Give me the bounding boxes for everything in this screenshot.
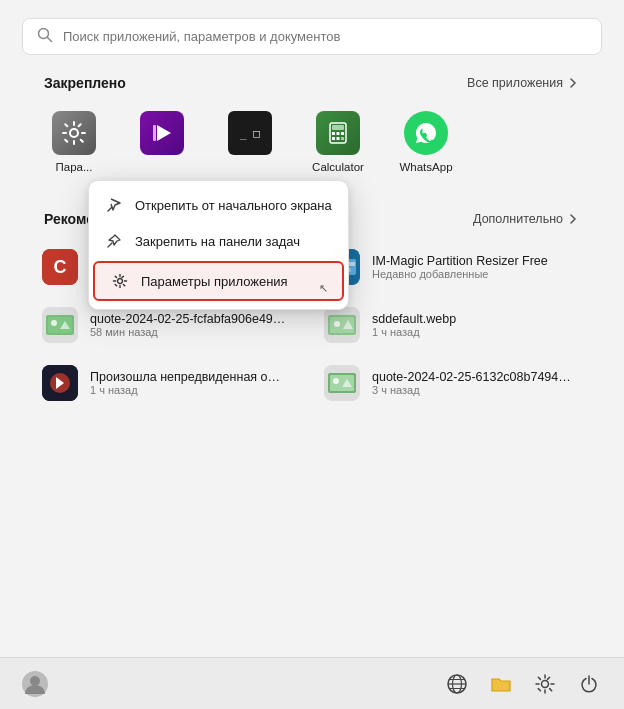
settings-taskbar-icon[interactable] — [530, 669, 560, 699]
rec-icon-comodo: C — [42, 249, 78, 285]
svg-rect-6 — [332, 125, 344, 130]
svg-rect-38 — [330, 375, 354, 391]
rec-sub-quote1: 58 мин назад — [90, 326, 290, 338]
gear-settings-icon — [111, 272, 129, 290]
globe-icon[interactable] — [442, 669, 472, 699]
rec-name-quote2: quote-2024-02-25-6132c08b74944... — [372, 370, 572, 384]
pinned-grid: Пара... _ □ — [30, 103, 594, 181]
context-label-app-settings: Параметры приложения — [141, 274, 288, 289]
rec-name-sddefault: sddefault.webp — [372, 312, 456, 326]
rec-name-quote1: quote-2024-02-25-fcfabfa906e498... — [90, 312, 290, 326]
search-input[interactable] — [63, 29, 587, 44]
svg-point-31 — [334, 321, 340, 327]
folder-icon[interactable] — [486, 669, 516, 699]
rec-icon-quote1 — [42, 307, 78, 343]
context-menu: Открепить от начального экрана Закрепить… — [88, 180, 349, 310]
app-label-whatsapp: WhatsApp — [399, 161, 452, 173]
svg-line-14 — [108, 243, 112, 247]
power-icon[interactable] — [574, 669, 604, 699]
taskbar-right — [442, 669, 604, 699]
svg-rect-10 — [332, 137, 335, 140]
context-label-unpin: Открепить от начального экрана — [135, 198, 332, 213]
more-link[interactable]: Дополнительно — [473, 212, 580, 226]
user-avatar[interactable] — [20, 669, 50, 699]
rec-icon-error — [42, 365, 78, 401]
rec-sub-error: 1 ч назад — [90, 384, 290, 396]
app-item-settings[interactable]: Пара... — [30, 103, 118, 181]
app-item-calculator[interactable]: Calculator — [294, 103, 382, 181]
pinned-header: Закреплено Все приложения — [44, 75, 580, 91]
rec-text-error: Произошла непредвиденная оши... 1 ч наза… — [90, 370, 290, 396]
svg-marker-3 — [157, 125, 171, 141]
settings-icon — [52, 111, 96, 155]
svg-rect-12 — [341, 137, 344, 140]
rec-sub-quote2: 3 ч назад — [372, 384, 572, 396]
app-label-calculator: Calculator — [312, 161, 364, 173]
chevron-right-rec-icon — [566, 212, 580, 226]
app-item-terminal[interactable]: _ □ — [206, 103, 294, 181]
svg-point-15 — [118, 279, 123, 284]
svg-line-1 — [48, 38, 52, 42]
whatsapp-icon — [404, 111, 448, 155]
svg-text:C: C — [54, 257, 67, 277]
taskbar-left — [20, 669, 50, 699]
svg-rect-7 — [332, 132, 335, 135]
context-item-taskbar[interactable]: Закрепить на панели задач — [89, 223, 348, 259]
svg-point-26 — [51, 320, 57, 326]
app-label-settings: Пара... — [55, 161, 92, 173]
svg-rect-11 — [337, 137, 340, 140]
rec-item-im-magic[interactable]: IM-Magic Partition Resizer Free Недавно … — [312, 239, 594, 295]
pinned-title: Закреплено — [44, 75, 126, 91]
rec-name-im-magic: IM-Magic Partition Resizer Free — [372, 254, 548, 268]
chevron-right-icon — [566, 76, 580, 90]
pin-icon — [105, 232, 123, 250]
svg-rect-25 — [48, 317, 72, 333]
rec-text-quote2: quote-2024-02-25-6132c08b74944... 3 ч на… — [372, 370, 572, 396]
svg-line-13 — [108, 207, 112, 211]
svg-point-48 — [542, 680, 549, 687]
terminal-icon: _ □ — [228, 111, 272, 155]
all-apps-link[interactable]: Все приложения — [467, 76, 580, 90]
rec-name-error: Произошла непредвиденная оши... — [90, 370, 290, 384]
rec-sub-sddefault: 1 ч назад — [372, 326, 456, 338]
search-icon — [37, 27, 53, 46]
rec-icon-quote2 — [324, 365, 360, 401]
rec-item-error[interactable]: Произошла непредвиденная оши... 1 ч наза… — [30, 355, 312, 411]
rec-text-quote1: quote-2024-02-25-fcfabfa906e498... 58 ми… — [90, 312, 290, 338]
unpin-icon — [105, 196, 123, 214]
rec-text-im-magic: IM-Magic Partition Resizer Free Недавно … — [372, 254, 548, 280]
context-label-taskbar: Закрепить на панели задач — [135, 234, 300, 249]
svg-point-39 — [333, 378, 339, 384]
search-bar[interactable] — [22, 18, 602, 55]
rec-item-sddefault[interactable]: sddefault.webp 1 ч назад — [312, 297, 594, 353]
video-icon — [140, 111, 184, 155]
svg-rect-9 — [341, 132, 344, 135]
context-item-unpin[interactable]: Открепить от начального экрана — [89, 187, 348, 223]
rec-item-quote2[interactable]: quote-2024-02-25-6132c08b74944... 3 ч на… — [312, 355, 594, 411]
rec-sub-im-magic: Недавно добавленные — [372, 268, 548, 280]
context-item-app-settings[interactable]: Параметры приложения ↖ — [93, 261, 344, 301]
app-item-video[interactable] — [118, 103, 206, 181]
cursor-hint: ↖ — [319, 282, 328, 295]
svg-rect-8 — [337, 132, 340, 135]
app-item-whatsapp[interactable]: WhatsApp — [382, 103, 470, 181]
svg-rect-4 — [153, 125, 156, 141]
svg-point-42 — [30, 676, 40, 686]
rec-icon-sddefault — [324, 307, 360, 343]
taskbar — [0, 657, 624, 709]
rec-text-sddefault: sddefault.webp 1 ч назад — [372, 312, 456, 338]
calculator-icon — [316, 111, 360, 155]
svg-point-2 — [70, 129, 78, 137]
